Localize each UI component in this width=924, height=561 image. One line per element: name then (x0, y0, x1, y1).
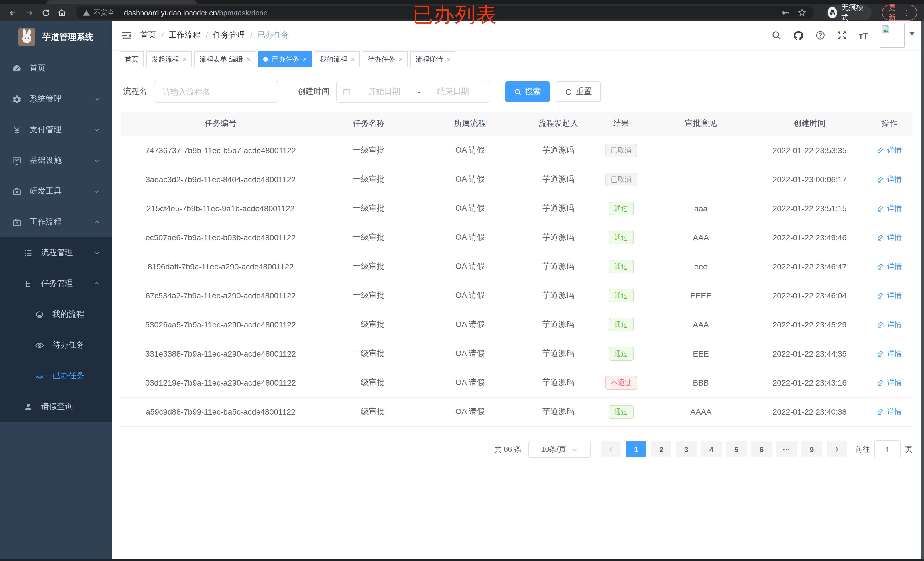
status-badge: 通过 (609, 202, 634, 215)
cell-starter: 芋道源码 (523, 368, 594, 397)
sidebar-item-label: 已办任务 (52, 371, 84, 381)
search-icon[interactable] (771, 30, 782, 40)
sidebar-item-9[interactable]: 待办任务 (0, 330, 112, 361)
detail-link[interactable]: 详情 (877, 174, 902, 184)
tab-item-4[interactable]: 我的流程× (315, 51, 360, 67)
reload-icon[interactable] (40, 6, 52, 19)
detail-link[interactable]: 详情 (877, 232, 902, 242)
detail-link[interactable]: 详情 (877, 203, 902, 214)
sidebar-item-0[interactable]: 首页 (0, 53, 112, 84)
breadcrumb-home[interactable]: 首页 (140, 30, 156, 40)
status-badge: 通过 (609, 289, 634, 302)
cell-created: 2022-01-22 23:46:47 (754, 252, 866, 281)
date-end-placeholder[interactable]: 结束日期 (423, 87, 483, 97)
detail-link[interactable]: 详情 (877, 290, 902, 301)
cell-task-id: 03d1219e-7b9a-11ec-a290-acde48001122 (121, 368, 320, 397)
close-icon[interactable]: × (399, 55, 402, 63)
breadcrumb-task-mgmt[interactable]: 任务管理 (213, 30, 245, 40)
tab-item-3[interactable]: 已办任务× (258, 51, 312, 67)
cell-task-id: a59c9d88-7b99-11ec-ba5c-acde48001122 (121, 397, 320, 426)
sidebar-item-label: 流程管理 (41, 248, 73, 258)
page-button-5[interactable]: 5 (726, 441, 747, 457)
goto-page-input[interactable] (874, 440, 901, 458)
home-icon[interactable] (56, 6, 68, 19)
detail-link[interactable]: 详情 (877, 407, 902, 417)
tab-item-2[interactable]: 流程表单-编辑× (194, 51, 255, 67)
process-name-input[interactable] (161, 87, 271, 97)
detail-link[interactable]: 详情 (877, 320, 902, 330)
tab-label: 待办任务 (368, 54, 395, 64)
sidebar-item-6[interactable]: 流程管理 (0, 238, 112, 268)
tab-item-0[interactable]: 首页 (120, 51, 144, 67)
sidebar-item-7[interactable]: 任务管理 (0, 268, 112, 299)
page-button-9[interactable]: 9 (801, 441, 822, 457)
page-button-6[interactable]: 6 (751, 441, 772, 457)
sidebar-item-3[interactable]: 基础设施 (0, 145, 112, 176)
navbar: 首页/ 工作流程/ 任务管理/ 已办任务 (112, 21, 924, 49)
back-icon[interactable] (7, 6, 19, 19)
font-size-icon[interactable]: ᴛT (859, 30, 868, 40)
warning-icon (83, 9, 90, 16)
tab-item-5[interactable]: 待办任务× (363, 51, 408, 67)
sidebar-item-11[interactable]: 请假查询 (0, 391, 112, 422)
page-ellipsis[interactable]: ··· (776, 441, 797, 457)
browser-menu-icon[interactable]: ⋮ (903, 9, 910, 16)
sidebar-item-10[interactable]: 已办任务 (0, 361, 112, 391)
cell-task-name: 一级审批 (320, 310, 417, 339)
github-icon[interactable] (793, 30, 804, 41)
sidebar-logo[interactable]: 芋道管理系统 (0, 21, 112, 53)
user-menu[interactable] (879, 23, 915, 48)
hamburger-icon[interactable] (121, 30, 132, 41)
tab-item-6[interactable]: 流程详情× (410, 51, 456, 67)
search-button[interactable]: 搜索 (505, 81, 550, 102)
date-start-placeholder[interactable]: 开始日期 (354, 87, 414, 97)
edit-icon (877, 292, 884, 299)
close-icon[interactable]: × (246, 55, 250, 63)
close-icon[interactable]: × (182, 55, 186, 63)
dashboard-icon (11, 63, 22, 73)
table-header-row: 任务编号任务名称所属流程流程发起人结果审批意见创建时间操作 (121, 112, 913, 136)
sidebar-item-1[interactable]: 系统管理 (0, 84, 112, 114)
detail-link[interactable]: 详情 (877, 145, 902, 156)
page-size-select[interactable]: 10条/页 (528, 441, 591, 458)
edit-icon (877, 147, 884, 154)
page-button-3[interactable]: 3 (676, 441, 697, 457)
sidebar-item-5[interactable]: 工作流程 (0, 207, 112, 238)
reset-button[interactable]: 重置 (556, 81, 601, 102)
browser-active-tab[interactable] (47, 0, 196, 4)
robot-face-icon (34, 309, 45, 320)
page-button-1[interactable]: 1 (626, 441, 646, 457)
monitor-icon (11, 156, 22, 166)
page-button-2[interactable]: 2 (651, 441, 672, 457)
close-icon[interactable]: × (303, 55, 307, 63)
status-badge: 已取消 (605, 144, 637, 157)
breadcrumb-workflow[interactable]: 工作流程 (169, 30, 201, 40)
tab-item-1[interactable]: 发起流程× (147, 51, 192, 67)
update-button[interactable]: 更新 ⋮ (882, 4, 917, 21)
sidebar-item-8[interactable]: 我的流程 (0, 299, 112, 330)
cell-result: 已取消 (594, 165, 648, 194)
filter-form: 流程名 创建时间 开始日期 - 结束日期 (123, 81, 915, 103)
cell-result: 通过 (594, 339, 648, 368)
avatar[interactable] (879, 23, 904, 48)
key-icon[interactable] (781, 8, 790, 17)
date-range-picker[interactable]: 开始日期 - 结束日期 (336, 81, 489, 103)
url-text[interactable]: dashboard.yudao.iocoder.cn/bpm/task/done (124, 8, 268, 17)
page-button-4[interactable]: 4 (701, 441, 722, 457)
detail-link[interactable]: 详情 (877, 262, 902, 272)
page-next-button[interactable] (826, 441, 847, 457)
security-status[interactable]: 不安全 (83, 8, 114, 17)
close-icon[interactable]: × (446, 55, 450, 63)
cell-created: 2022-01-22 23:53:35 (754, 136, 866, 165)
bookmark-star-icon[interactable] (798, 8, 807, 17)
fullscreen-icon[interactable] (837, 30, 848, 40)
sidebar-item-2[interactable]: 支付管理 (0, 114, 112, 145)
forward-icon[interactable] (23, 6, 35, 19)
column-header: 任务编号 (121, 112, 320, 136)
close-icon[interactable]: × (351, 55, 354, 63)
help-icon[interactable] (815, 30, 826, 40)
detail-link[interactable]: 详情 (877, 378, 902, 388)
page-prev-button[interactable] (601, 441, 621, 457)
sidebar-item-4[interactable]: 研发工具 (0, 176, 112, 207)
detail-link[interactable]: 详情 (877, 349, 902, 359)
